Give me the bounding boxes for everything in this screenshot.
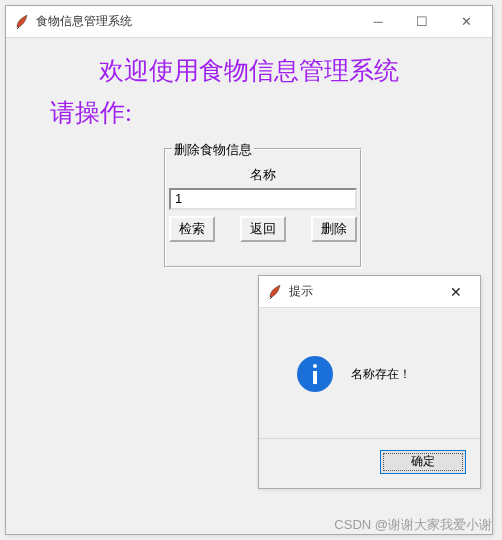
main-titlebar: 食物信息管理系统 ─ ☐ ✕ bbox=[6, 6, 492, 38]
back-button[interactable]: 返回 bbox=[240, 216, 286, 242]
dialog-message: 名称存在！ bbox=[351, 366, 411, 383]
dialog-title: 提示 bbox=[289, 283, 436, 300]
dialog-body: 名称存在！ bbox=[259, 308, 480, 438]
name-label: 名称 bbox=[166, 166, 360, 184]
delete-button[interactable]: 删除 bbox=[311, 216, 357, 242]
name-input[interactable]: 1 bbox=[169, 188, 357, 210]
minimize-button[interactable]: ─ bbox=[356, 8, 400, 36]
dialog-titlebar: 提示 ✕ bbox=[259, 276, 480, 308]
window-controls: ─ ☐ ✕ bbox=[356, 8, 488, 36]
dialog-close-button[interactable]: ✕ bbox=[436, 284, 476, 300]
app-icon bbox=[14, 14, 30, 30]
dialog-footer: 确定 bbox=[259, 438, 480, 484]
watermark-text: CSDN @谢谢大家我爱小谢 bbox=[334, 516, 492, 534]
close-button[interactable]: ✕ bbox=[444, 8, 488, 36]
welcome-heading: 欢迎使用食物信息管理系统 bbox=[6, 54, 492, 87]
dialog-app-icon bbox=[267, 284, 283, 300]
dialog-window: 提示 ✕ 名称存在！ 确定 bbox=[258, 275, 481, 489]
maximize-button[interactable]: ☐ bbox=[400, 8, 444, 36]
prompt-label: 请操作: bbox=[50, 96, 132, 129]
ok-button[interactable]: 确定 bbox=[380, 450, 466, 474]
info-icon bbox=[297, 356, 333, 392]
button-row: 检索 返回 删除 bbox=[169, 216, 357, 242]
search-button[interactable]: 检索 bbox=[169, 216, 215, 242]
groupbox-legend: 删除食物信息 bbox=[172, 141, 254, 159]
main-title: 食物信息管理系统 bbox=[36, 13, 356, 30]
delete-food-groupbox: 删除食物信息 名称 1 检索 返回 删除 bbox=[164, 148, 362, 268]
